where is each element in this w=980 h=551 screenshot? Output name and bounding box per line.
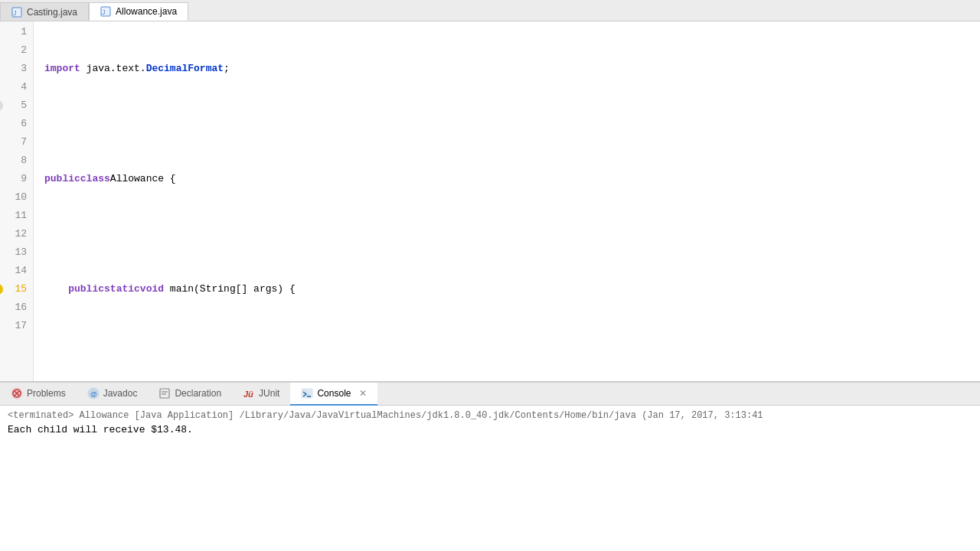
code-line-1: import java.text.DecimalFormat; bbox=[44, 60, 980, 78]
tab-problems[interactable]: Problems bbox=[0, 383, 77, 406]
line-num-3: 3 bbox=[6, 60, 27, 78]
line-num-14: 14 bbox=[6, 262, 27, 280]
java-file-icon-2: J bbox=[100, 6, 111, 17]
tab-casting[interactable]: J Casting.java bbox=[0, 2, 89, 21]
svg-text:J: J bbox=[102, 8, 106, 16]
problems-icon bbox=[11, 387, 23, 399]
console-icon bbox=[301, 387, 313, 399]
tab-junit-label: JUnit bbox=[259, 388, 279, 399]
line-num-7: 7 bbox=[6, 133, 27, 152]
console-terminated-line: <terminated> Allowance [Java Application… bbox=[8, 410, 972, 421]
svg-text:Jü: Jü bbox=[243, 390, 253, 399]
svg-text:@: @ bbox=[90, 390, 97, 398]
line-num-1: 1 bbox=[6, 23, 27, 41]
code-line-2 bbox=[44, 115, 980, 133]
line-num-8: 8 bbox=[6, 152, 27, 170]
tab-junit[interactable]: Jü JUnit bbox=[232, 383, 290, 406]
panel-tab-bar: Problems @ Javadoc Declaration bbox=[0, 383, 980, 406]
line-num-11: 11 bbox=[6, 207, 27, 225]
tab-allowance[interactable]: J Allowance.java bbox=[89, 2, 188, 21]
line-num-10: 10 bbox=[6, 188, 27, 207]
svg-text:J: J bbox=[13, 9, 17, 17]
tab-problems-label: Problems bbox=[27, 388, 66, 399]
panel-area: Problems @ Javadoc Declaration bbox=[0, 383, 980, 551]
line-num-17: 17 bbox=[6, 317, 27, 335]
line-num-2: 2 bbox=[6, 41, 27, 60]
tab-casting-label: Casting.java bbox=[27, 7, 77, 18]
code-container: 1 2 3 4 − 5 6 7 8 9 10 11 12 13 14 ! 15 … bbox=[0, 21, 980, 381]
console-output-line: Each child will receive $13.48. bbox=[8, 424, 972, 435]
javadoc-icon: @ bbox=[87, 387, 100, 399]
line-num-15: ! 15 bbox=[6, 280, 27, 298]
tab-javadoc[interactable]: @ Javadoc bbox=[77, 383, 149, 406]
declaration-icon bbox=[158, 387, 171, 399]
tab-javadoc-label: Javadoc bbox=[103, 388, 138, 399]
console-output-area: <terminated> Allowance [Java Application… bbox=[0, 406, 980, 551]
console-close-icon[interactable]: ✕ bbox=[359, 388, 367, 399]
code-line-3: public class Allowance { bbox=[44, 170, 980, 188]
line-num-5: − 5 bbox=[6, 96, 27, 115]
code-line-4 bbox=[44, 225, 980, 243]
tab-declaration[interactable]: Declaration bbox=[148, 383, 232, 406]
svg-rect-10 bbox=[160, 389, 169, 398]
line-num-16: 16 bbox=[6, 298, 27, 317]
line-numbers: 1 2 3 4 − 5 6 7 8 9 10 11 12 13 14 ! 15 … bbox=[0, 21, 34, 381]
line-num-9: 9 bbox=[6, 170, 27, 188]
junit-icon: Jü bbox=[243, 387, 255, 399]
tab-declaration-label: Declaration bbox=[175, 388, 221, 399]
editor-area: 1 2 3 4 − 5 6 7 8 9 10 11 12 13 14 ! 15 … bbox=[0, 21, 980, 383]
tab-console-label: Console bbox=[317, 388, 351, 399]
line-num-13: 13 bbox=[6, 243, 27, 262]
java-file-icon: J bbox=[11, 7, 22, 18]
tab-allowance-label: Allowance.java bbox=[116, 6, 177, 17]
code-line-5: public static void main(String[] args) { bbox=[44, 280, 980, 298]
line-num-4: 4 bbox=[6, 78, 27, 96]
tab-console[interactable]: Console ✕ bbox=[290, 383, 377, 406]
code-line-6 bbox=[44, 335, 980, 354]
line-num-12: 12 bbox=[6, 225, 27, 243]
code-content[interactable]: import java.text.DecimalFormat; public c… bbox=[34, 21, 980, 381]
line-num-6: 6 bbox=[6, 115, 27, 133]
editor-tab-bar: J Casting.java J Allowance.java bbox=[0, 0, 980, 21]
